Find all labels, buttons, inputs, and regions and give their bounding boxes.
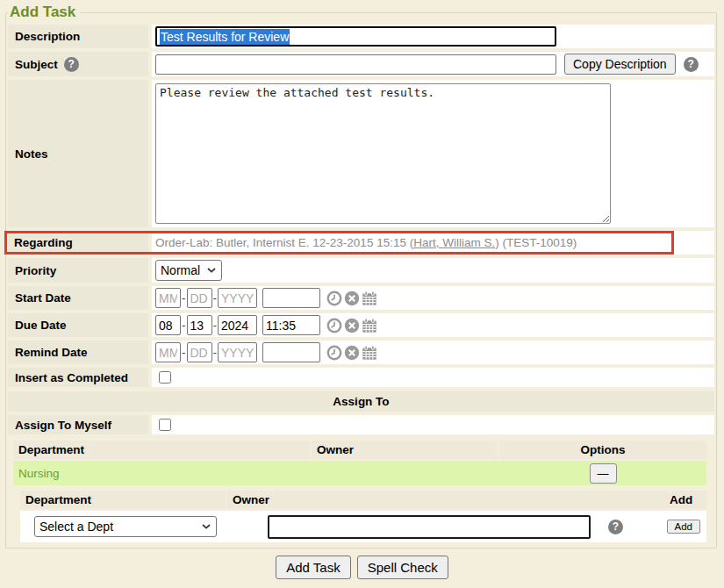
due-clock-icon[interactable]: [326, 318, 342, 333]
chevron-down-icon: [202, 524, 211, 529]
regarding-text-suffix: ) (TEST-10019): [495, 236, 577, 249]
add-department-table: Department Owner Add Select a Dept ? Add: [20, 491, 706, 542]
due-month-input[interactable]: [155, 315, 181, 335]
department-selected-value: Select a Dept: [39, 520, 113, 534]
remind-calendar-icon[interactable]: [362, 345, 377, 361]
add-task-fieldset: Add Task Description Test Results for Re…: [5, 4, 717, 549]
subject-input[interactable]: [155, 54, 556, 75]
description-row: Description Test Results for Review: [8, 25, 714, 48]
priority-row: Priority Normal: [8, 258, 714, 283]
start-clock-icon[interactable]: [326, 290, 342, 306]
start-year-input[interactable]: [218, 288, 257, 308]
description-selected-text: Test Results for Review: [160, 29, 290, 45]
add-column-header: Add: [664, 491, 706, 509]
start-month-input[interactable]: [155, 288, 181, 308]
assign-myself-row: Assign To Myself: [8, 415, 714, 434]
remove-department-button[interactable]: —: [590, 463, 617, 484]
remind-date-label: Remind Date: [8, 341, 148, 364]
description-label: Description: [8, 25, 148, 48]
notes-row: Notes: [8, 80, 714, 227]
owner-column-header: Owner: [312, 441, 498, 459]
insert-completed-label: Insert as Completed: [8, 368, 148, 387]
remind-day-input[interactable]: [187, 342, 212, 362]
due-clear-icon[interactable]: [344, 318, 360, 333]
remind-month-input[interactable]: [155, 342, 181, 362]
regarding-text-prefix: Order-Lab: Butler, Internist E. 12-23-20…: [155, 236, 413, 249]
remind-year-input[interactable]: [218, 342, 257, 362]
remind-clear-icon[interactable]: [344, 345, 360, 361]
notes-textarea[interactable]: [155, 83, 611, 224]
page-title: Add Task: [8, 4, 81, 21]
insert-completed-checkbox[interactable]: [159, 371, 171, 384]
assigned-department-name: Nursing: [13, 467, 312, 480]
regarding-row: Regarding Order-Lab: Butler, Internist E…: [4, 231, 714, 255]
owner-search-input[interactable]: [268, 515, 591, 539]
add-department-button[interactable]: Add: [667, 520, 700, 534]
add-dept-column-header: Department: [20, 491, 226, 509]
due-year-input[interactable]: [218, 315, 257, 335]
add-owner-column-header: Owner: [227, 491, 664, 509]
spell-check-button[interactable]: Spell Check: [357, 556, 448, 579]
start-time-input[interactable]: [262, 288, 320, 308]
due-calendar-icon[interactable]: [362, 318, 377, 333]
copy-description-help-icon[interactable]: ?: [684, 57, 699, 72]
due-date-row: Due Date - -: [8, 313, 714, 337]
remind-time-input[interactable]: [262, 342, 320, 362]
assign-myself-checkbox[interactable]: [159, 419, 171, 431]
chevron-down-icon: [207, 268, 216, 273]
start-clear-icon[interactable]: [344, 290, 360, 306]
insert-completed-row: Insert as Completed: [8, 368, 714, 387]
subject-help-icon[interactable]: ?: [64, 57, 79, 72]
copy-description-button[interactable]: Copy Description: [564, 54, 676, 75]
due-day-input[interactable]: [187, 315, 212, 335]
due-date-label: Due Date: [8, 313, 148, 337]
footer-actions: Add Task Spell Check: [0, 556, 724, 579]
notes-label: Notes: [8, 80, 148, 227]
start-calendar-icon[interactable]: [362, 290, 377, 306]
due-time-input[interactable]: [262, 315, 320, 335]
start-date-label: Start Date: [8, 286, 148, 310]
start-day-input[interactable]: [187, 288, 212, 308]
owner-help-icon[interactable]: ?: [608, 520, 623, 534]
priority-selected-value: Normal: [161, 263, 200, 277]
table-row: Nursing —: [13, 461, 706, 485]
subject-label: Subject: [15, 58, 58, 71]
dept-column-header: Department: [13, 441, 310, 459]
description-input[interactable]: Test Results for Review: [155, 26, 556, 47]
assigned-departments-table: Department Owner Options Nursing —: [13, 441, 706, 485]
priority-label: Priority: [8, 258, 148, 283]
subject-row: Subject ? Copy Description ?: [8, 52, 714, 76]
regarding-red-highlight: Regarding Order-Lab: Butler, Internist E…: [4, 231, 674, 255]
regarding-label: Regarding: [7, 233, 148, 252]
priority-select[interactable]: Normal: [155, 260, 222, 281]
department-select[interactable]: Select a Dept: [34, 516, 217, 537]
remind-date-row: Remind Date - -: [8, 341, 714, 364]
assign-myself-label: Assign To Myself: [8, 415, 148, 434]
regarding-patient-link[interactable]: Hart, William S.: [413, 236, 495, 249]
options-column-header: Options: [499, 441, 706, 459]
add-department-row: Select a Dept ? Add: [20, 511, 706, 542]
remind-clock-icon[interactable]: [326, 345, 342, 361]
assign-to-section-header: Assign To: [8, 391, 714, 412]
add-task-button[interactable]: Add Task: [276, 556, 350, 579]
start-date-row: Start Date - -: [8, 286, 714, 310]
